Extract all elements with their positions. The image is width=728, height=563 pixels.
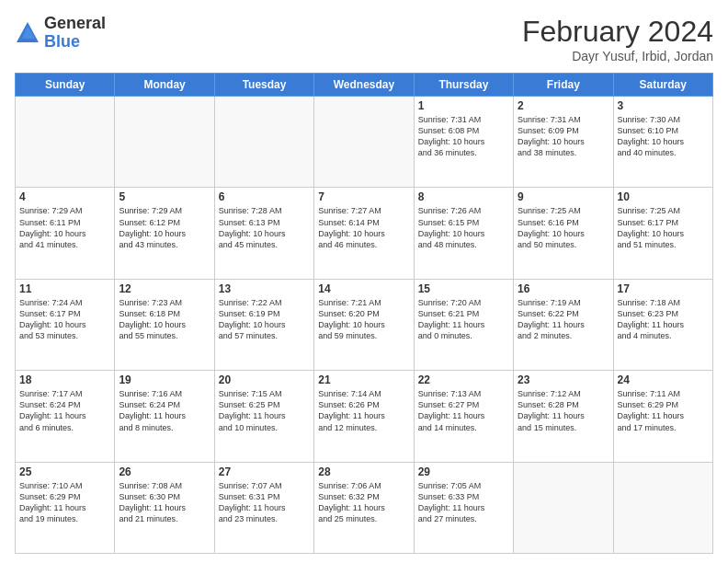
calendar-cell: 2Sunrise: 7:31 AMSunset: 6:09 PMDaylight… — [514, 97, 613, 188]
day-number: 19 — [119, 373, 210, 386]
calendar-cell: 3Sunrise: 7:30 AMSunset: 6:10 PMDaylight… — [613, 97, 712, 188]
calendar-cell: 4Sunrise: 7:29 AMSunset: 6:11 PMDaylight… — [16, 188, 115, 279]
calendar-cell — [115, 97, 214, 188]
day-number: 27 — [219, 465, 310, 478]
calendar-cell: 16Sunrise: 7:19 AMSunset: 6:22 PMDayligh… — [514, 279, 613, 370]
day-number: 24 — [618, 373, 709, 386]
day-number: 13 — [219, 282, 310, 295]
calendar-cell: 1Sunrise: 7:31 AMSunset: 6:08 PMDaylight… — [414, 97, 513, 188]
calendar-cell: 11Sunrise: 7:24 AMSunset: 6:17 PMDayligh… — [16, 279, 115, 370]
col-saturday: Saturday — [613, 74, 712, 97]
day-number: 6 — [219, 190, 310, 203]
calendar-cell: 17Sunrise: 7:18 AMSunset: 6:23 PMDayligh… — [613, 279, 712, 370]
col-thursday: Thursday — [414, 74, 513, 97]
day-number: 1 — [418, 99, 509, 112]
calendar-cell: 29Sunrise: 7:05 AMSunset: 6:33 PMDayligh… — [414, 462, 513, 553]
day-number: 22 — [418, 373, 509, 386]
day-info: Sunrise: 7:07 AMSunset: 6:31 PMDaylight:… — [219, 480, 310, 525]
day-info: Sunrise: 7:15 AMSunset: 6:25 PMDaylight:… — [219, 388, 310, 433]
day-number: 26 — [119, 465, 210, 478]
day-info: Sunrise: 7:31 AMSunset: 6:09 PMDaylight:… — [518, 114, 609, 159]
calendar-cell: 26Sunrise: 7:08 AMSunset: 6:30 PMDayligh… — [115, 462, 214, 553]
calendar-cell — [514, 462, 613, 553]
day-number: 8 — [418, 190, 509, 203]
day-info: Sunrise: 7:24 AMSunset: 6:17 PMDaylight:… — [19, 297, 110, 342]
day-info: Sunrise: 7:17 AMSunset: 6:24 PMDaylight:… — [19, 388, 110, 433]
calendar-cell: 25Sunrise: 7:10 AMSunset: 6:29 PMDayligh… — [16, 462, 115, 553]
day-number: 5 — [119, 190, 210, 203]
calendar-cell: 24Sunrise: 7:11 AMSunset: 6:29 PMDayligh… — [613, 371, 712, 462]
calendar-cell: 21Sunrise: 7:14 AMSunset: 6:26 PMDayligh… — [314, 371, 414, 462]
calendar-cell — [613, 462, 712, 553]
day-number: 23 — [518, 373, 609, 386]
calendar-cell: 10Sunrise: 7:25 AMSunset: 6:17 PMDayligh… — [613, 188, 712, 279]
week-row-4: 25Sunrise: 7:10 AMSunset: 6:29 PMDayligh… — [16, 462, 713, 553]
day-info: Sunrise: 7:21 AMSunset: 6:20 PMDaylight:… — [318, 297, 409, 342]
day-info: Sunrise: 7:16 AMSunset: 6:24 PMDaylight:… — [119, 388, 210, 433]
calendar-cell — [314, 97, 414, 188]
week-row-3: 18Sunrise: 7:17 AMSunset: 6:24 PMDayligh… — [16, 371, 713, 462]
day-info: Sunrise: 7:18 AMSunset: 6:23 PMDaylight:… — [618, 297, 709, 342]
day-number: 28 — [318, 465, 409, 478]
day-number: 17 — [618, 282, 709, 295]
logo: General Blue — [15, 15, 106, 52]
col-monday: Monday — [115, 74, 214, 97]
day-number: 20 — [219, 373, 310, 386]
calendar-cell: 12Sunrise: 7:23 AMSunset: 6:18 PMDayligh… — [115, 279, 214, 370]
day-info: Sunrise: 7:27 AMSunset: 6:14 PMDaylight:… — [318, 205, 409, 250]
col-sunday: Sunday — [16, 74, 115, 97]
calendar-cell: 14Sunrise: 7:21 AMSunset: 6:20 PMDayligh… — [314, 279, 414, 370]
title-area: February 2024 Dayr Yusuf, Irbid, Jordan — [522, 15, 713, 63]
calendar-cell: 6Sunrise: 7:28 AMSunset: 6:13 PMDaylight… — [214, 188, 313, 279]
calendar-header-row: Sunday Monday Tuesday Wednesday Thursday… — [16, 74, 713, 97]
day-info: Sunrise: 7:05 AMSunset: 6:33 PMDaylight:… — [418, 480, 509, 525]
day-number: 25 — [19, 465, 110, 478]
calendar-cell: 20Sunrise: 7:15 AMSunset: 6:25 PMDayligh… — [214, 371, 313, 462]
day-info: Sunrise: 7:23 AMSunset: 6:18 PMDaylight:… — [119, 297, 210, 342]
day-number: 3 — [618, 99, 709, 112]
week-row-0: 1Sunrise: 7:31 AMSunset: 6:08 PMDaylight… — [16, 97, 713, 188]
day-number: 9 — [518, 190, 609, 203]
col-wednesday: Wednesday — [314, 74, 414, 97]
calendar-table: Sunday Monday Tuesday Wednesday Thursday… — [15, 73, 713, 554]
day-info: Sunrise: 7:22 AMSunset: 6:19 PMDaylight:… — [219, 297, 310, 342]
calendar-cell: 28Sunrise: 7:06 AMSunset: 6:32 PMDayligh… — [314, 462, 414, 553]
month-title: February 2024 — [522, 15, 713, 49]
day-info: Sunrise: 7:20 AMSunset: 6:21 PMDaylight:… — [418, 297, 509, 342]
calendar-cell: 15Sunrise: 7:20 AMSunset: 6:21 PMDayligh… — [414, 279, 513, 370]
day-info: Sunrise: 7:08 AMSunset: 6:30 PMDaylight:… — [119, 480, 210, 525]
day-info: Sunrise: 7:19 AMSunset: 6:22 PMDaylight:… — [518, 297, 609, 342]
day-number: 21 — [318, 373, 409, 386]
day-number: 16 — [518, 282, 609, 295]
day-number: 7 — [318, 190, 409, 203]
day-number: 29 — [418, 465, 509, 478]
calendar-cell: 19Sunrise: 7:16 AMSunset: 6:24 PMDayligh… — [115, 371, 214, 462]
day-info: Sunrise: 7:11 AMSunset: 6:29 PMDaylight:… — [618, 388, 709, 433]
day-number: 14 — [318, 282, 409, 295]
day-info: Sunrise: 7:25 AMSunset: 6:17 PMDaylight:… — [618, 205, 709, 250]
calendar-cell: 5Sunrise: 7:29 AMSunset: 6:12 PMDaylight… — [115, 188, 214, 279]
day-info: Sunrise: 7:29 AMSunset: 6:12 PMDaylight:… — [119, 205, 210, 250]
day-number: 18 — [19, 373, 110, 386]
col-tuesday: Tuesday — [214, 74, 313, 97]
day-info: Sunrise: 7:28 AMSunset: 6:13 PMDaylight:… — [219, 205, 310, 250]
day-info: Sunrise: 7:30 AMSunset: 6:10 PMDaylight:… — [618, 114, 709, 159]
day-number: 10 — [618, 190, 709, 203]
day-info: Sunrise: 7:12 AMSunset: 6:28 PMDaylight:… — [518, 388, 609, 433]
week-row-2: 11Sunrise: 7:24 AMSunset: 6:17 PMDayligh… — [16, 279, 713, 370]
logo-blue-text: Blue — [44, 33, 106, 52]
calendar-cell: 23Sunrise: 7:12 AMSunset: 6:28 PMDayligh… — [514, 371, 613, 462]
day-number: 15 — [418, 282, 509, 295]
day-number: 4 — [19, 190, 110, 203]
header: General Blue February 2024 Dayr Yusuf, I… — [15, 15, 713, 63]
day-info: Sunrise: 7:13 AMSunset: 6:27 PMDaylight:… — [418, 388, 509, 433]
calendar-cell — [16, 97, 115, 188]
day-info: Sunrise: 7:31 AMSunset: 6:08 PMDaylight:… — [418, 114, 509, 159]
location-subtitle: Dayr Yusuf, Irbid, Jordan — [522, 49, 713, 63]
calendar-cell: 27Sunrise: 7:07 AMSunset: 6:31 PMDayligh… — [214, 462, 313, 553]
calendar-cell: 8Sunrise: 7:26 AMSunset: 6:15 PMDaylight… — [414, 188, 513, 279]
week-row-1: 4Sunrise: 7:29 AMSunset: 6:11 PMDaylight… — [16, 188, 713, 279]
calendar-cell: 7Sunrise: 7:27 AMSunset: 6:14 PMDaylight… — [314, 188, 414, 279]
logo-general-text: General — [44, 15, 106, 33]
calendar-cell: 9Sunrise: 7:25 AMSunset: 6:16 PMDaylight… — [514, 188, 613, 279]
